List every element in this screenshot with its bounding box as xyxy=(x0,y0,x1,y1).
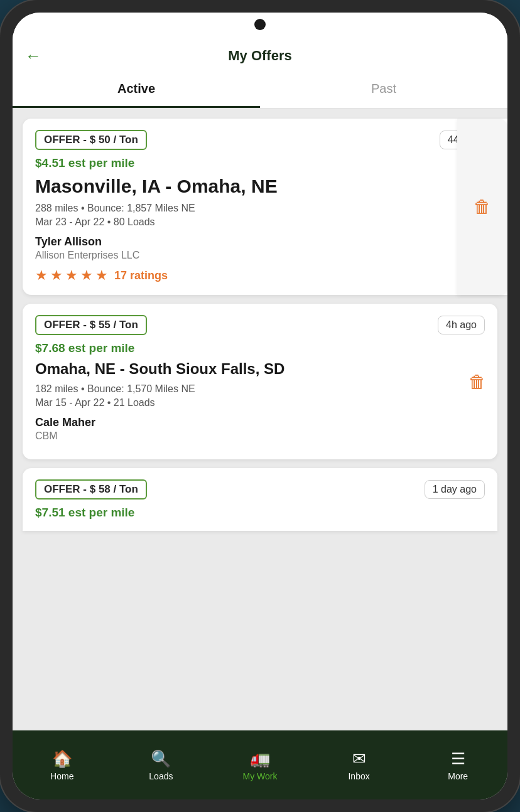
home-icon: 🏠 xyxy=(52,749,72,769)
nav-home-label: Home xyxy=(50,771,73,781)
offer-1-company: Allison Enterprises LLC xyxy=(35,250,495,261)
tabs-bar: Active Past xyxy=(13,72,507,109)
card-1-top-row: OFFER - $ 50 / Ton 44m ago xyxy=(35,130,495,150)
offer-2-miles: 182 miles • Bounce: 1,570 Miles NE xyxy=(35,383,485,395)
offer-2-est-mile: $7.68 est per mile xyxy=(35,341,485,355)
camera-notch xyxy=(254,19,266,30)
offer-1-contact: Tyler Allison xyxy=(35,235,495,248)
star-1: ★ xyxy=(35,267,48,284)
card-2-top-row: OFFER - $ 55 / Ton 4h ago xyxy=(35,315,485,335)
offer-2-contact: Cale Maher xyxy=(35,416,485,429)
offer-3-time: 1 day ago xyxy=(425,480,485,499)
offer-2-company: CBM xyxy=(35,430,485,442)
offer-1-badge: OFFER - $ 50 / Ton xyxy=(35,130,147,150)
more-icon: ☰ xyxy=(451,749,465,769)
offer-2-route: Omaha, NE - South Sioux Falls, SD xyxy=(35,360,485,378)
bottom-nav: 🏠 Home 🔍 Loads 🚛 My Work ✉ Inbox ☰ More xyxy=(13,730,507,799)
nav-home[interactable]: 🏠 Home xyxy=(13,730,112,799)
nav-my-work[interactable]: 🚛 My Work xyxy=(210,730,310,799)
offer-1-miles: 288 miles • Bounce: 1,857 Miles NE xyxy=(35,203,495,214)
offer-1-delete-panel[interactable]: 🗑 xyxy=(457,119,507,295)
truck-icon: 🚛 xyxy=(250,749,270,769)
offer-card-1[interactable]: OFFER - $ 50 / Ton 44m ago $4.51 est per… xyxy=(23,119,507,295)
back-button[interactable]: ← xyxy=(25,46,41,66)
nav-inbox-label: Inbox xyxy=(348,771,369,781)
offer-2-dates: Mar 15 - Apr 22 • 21 Loads xyxy=(35,397,485,409)
nav-more[interactable]: ☰ More xyxy=(408,730,507,799)
offer-2-delete-icon[interactable]: 🗑 xyxy=(469,371,486,392)
offer-2-badge: OFFER - $ 55 / Ton xyxy=(35,315,147,335)
offer-1-est-mile: $4.51 est per mile xyxy=(35,156,495,170)
nav-my-work-label: My Work xyxy=(243,771,278,781)
star-4: ★ xyxy=(80,267,93,284)
phone-frame: ← My Offers Active Past OFFER - $ 50 / T… xyxy=(0,0,520,812)
offer-1-route: Masonville, IA - Omaha, NE xyxy=(35,175,495,198)
tab-active[interactable]: Active xyxy=(13,72,260,108)
phone-screen: ← My Offers Active Past OFFER - $ 50 / T… xyxy=(13,13,507,799)
star-2: ★ xyxy=(50,267,63,284)
inbox-icon: ✉ xyxy=(352,749,366,769)
offer-3-est-mile: $7.51 est per mile xyxy=(35,506,485,520)
offer-2-time: 4h ago xyxy=(438,316,485,334)
nav-more-label: More xyxy=(448,771,468,781)
star-5: ★ xyxy=(95,267,108,284)
offer-card-1-container: OFFER - $ 50 / Ton 44m ago $4.51 est per… xyxy=(23,119,507,295)
offer-1-ratings: ★ ★ ★ ★ ★ 17 ratings xyxy=(35,267,495,284)
offer-3-badge: OFFER - $ 58 / Ton xyxy=(35,479,147,499)
nav-loads-label: Loads xyxy=(149,771,173,781)
offer-card-3[interactable]: OFFER - $ 58 / Ton 1 day ago $7.51 est p… xyxy=(23,468,497,531)
nav-inbox[interactable]: ✉ Inbox xyxy=(310,730,409,799)
card-3-top-row: OFFER - $ 58 / Ton 1 day ago xyxy=(35,479,485,499)
app-header: ← My Offers xyxy=(13,40,507,72)
offer-card-2[interactable]: OFFER - $ 55 / Ton 4h ago $7.68 est per … xyxy=(23,304,497,459)
content-area: OFFER - $ 50 / Ton 44m ago $4.51 est per… xyxy=(13,109,507,730)
search-icon: 🔍 xyxy=(151,749,171,769)
offer-1-delete-icon[interactable]: 🗑 xyxy=(474,196,491,217)
offer-1-dates: Mar 23 - Apr 22 • 80 Loads xyxy=(35,216,495,228)
page-title: My Offers xyxy=(228,48,291,64)
star-3: ★ xyxy=(65,267,78,284)
nav-loads[interactable]: 🔍 Loads xyxy=(112,730,211,799)
tab-past[interactable]: Past xyxy=(260,72,507,108)
offer-1-rating-count: 17 ratings xyxy=(114,269,168,282)
